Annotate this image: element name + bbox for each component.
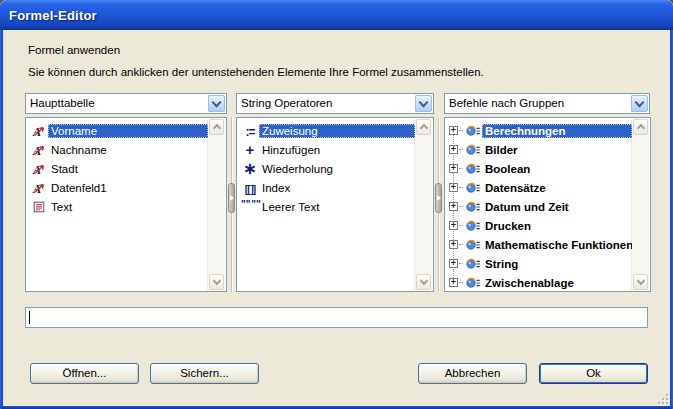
tree-connector [459,168,463,169]
list-item-label: Boolean [482,162,632,176]
pane-splitter[interactable] [435,117,444,292]
group-icon [464,180,482,196]
operators-listbox[interactable]: :=Zuweisung+Hinzufügen∗Wiederholung[[ ]]… [236,117,434,292]
formula-input[interactable] [25,307,648,328]
list-item-label: Zwischenablage [482,276,632,290]
list-item[interactable]: +String [446,254,632,273]
operator-dropdown-arrow-button[interactable] [415,95,432,112]
window-title: Formel-Editor [0,8,97,23]
tree-expander-icon[interactable]: + [449,164,458,173]
list-item-label: Zuweisung [259,124,415,138]
save-button[interactable]: Sichern... [150,363,259,384]
list-item-label: Stadt [48,162,208,176]
subtitle: Formel anwenden [28,44,120,56]
tree-expander-icon[interactable]: + [449,278,458,287]
fields-listbox[interactable]: AVornameANachnameAStadtADatenfeld1Text [25,117,227,292]
text-icon [30,199,48,215]
list-item[interactable]: Text [27,197,208,216]
list-item[interactable]: +Drucken [446,216,632,235]
scroll-up-button[interactable] [633,119,648,135]
text-caret [29,311,30,324]
list-item[interactable]: +Datum und Zeit [446,197,632,216]
chevron-down-icon [212,277,220,285]
command-groups-tree[interactable]: +Berechnungen+Bilder+Boolean+Datensätze+… [444,117,651,292]
list-item-label: String [482,257,632,271]
tree-expander-icon[interactable]: + [449,221,458,230]
arrow-right-icon [230,195,234,201]
scroll-up-button[interactable] [209,119,224,135]
svg-text:A: A [32,163,41,177]
tree-expander-icon[interactable]: + [449,183,458,192]
list-item[interactable]: +Datensätze [446,178,632,197]
cancel-button[interactable]: Abbrechen [418,363,527,384]
ok-button[interactable]: Ok [539,363,648,384]
chevron-down-icon [419,97,429,107]
formula-field-wrap [25,307,648,328]
empty-text-icon: "" "" [241,199,259,215]
list-item[interactable]: AStadt [27,159,208,178]
command-group-dropdown[interactable]: Befehle nach Gruppen [444,93,650,114]
field-icon: A [30,123,48,139]
splitter-handle[interactable] [228,183,235,213]
chevron-down-icon [419,277,427,285]
list-item[interactable]: ∗Wiederholung [238,159,415,178]
command-group-dropdown-arrow-button[interactable] [631,95,648,112]
list-item[interactable]: +Mathematische Funktionen [446,235,632,254]
chevron-down-icon [212,97,222,107]
open-button[interactable]: Öffnen... [30,363,139,384]
operator-dropdown[interactable]: String Operatoren [236,93,434,114]
list-item-label: Hinzufügen [259,143,415,157]
list-item[interactable]: :=Zuweisung [238,121,415,140]
titlebar[interactable]: Formel-Editor [0,0,673,30]
tree-expander-icon[interactable]: + [449,259,458,268]
list-item[interactable]: +Berechnungen [446,121,632,140]
list-item[interactable]: +Hinzufügen [238,140,415,159]
tree-connector [459,187,463,188]
list-item[interactable]: +Boolean [446,159,632,178]
tree-expander-icon[interactable]: + [449,202,458,211]
field-icon: A [30,180,48,196]
resize-grip[interactable] [656,392,668,404]
tree-expander-icon[interactable]: + [449,126,458,135]
tree-connector [459,149,463,150]
scroll-down-button[interactable] [633,274,648,290]
list-item[interactable]: AVorname [27,121,208,140]
list-item[interactable]: +Bilder [446,140,632,159]
group-icon [464,218,482,234]
list-item-label: Berechnungen [482,124,632,138]
scroll-down-button[interactable] [416,274,431,290]
field-icon: A [30,142,48,158]
scrollbar[interactable] [631,119,649,290]
scrollbar[interactable] [207,119,225,290]
table-dropdown-value: Haupttabelle [30,97,95,109]
list-item-label: Datensätze [482,181,632,195]
scroll-down-button[interactable] [209,274,224,290]
tree-connector [459,206,463,207]
chevron-down-icon [636,277,644,285]
list-item[interactable]: "" ""Leerer Text [238,197,415,216]
command-group-dropdown-value: Befehle nach Gruppen [449,97,564,109]
tree-expander-icon[interactable]: + [449,145,458,154]
list-item[interactable]: ADatenfeld1 [27,178,208,197]
list-item-label: Drucken [482,219,632,233]
scroll-up-button[interactable] [416,119,431,135]
list-item[interactable]: +Zwischenablage [446,273,632,290]
tree-connector [459,263,463,264]
table-dropdown-arrow-button[interactable] [208,95,225,112]
group-icon [464,199,482,215]
scrollbar[interactable] [414,119,432,290]
list-item-label: Datum und Zeit [482,200,632,214]
list-item[interactable]: ANachname [27,140,208,159]
chevron-down-icon [635,97,645,107]
list-item[interactable]: [[ ]]Index [238,178,415,197]
table-dropdown[interactable]: Haupttabelle [25,93,227,114]
splitter-handle[interactable] [435,183,442,213]
formel-editor-dialog: Formel-Editor Formel anwenden Sie können… [0,0,673,409]
tree-connector [459,282,463,283]
svg-text:A: A [32,182,41,196]
tree-expander-icon[interactable]: + [449,240,458,249]
chevron-up-icon [419,124,427,132]
index-icon: [[ ]] [241,180,259,196]
group-icon [464,256,482,272]
list-item-label: Text [48,200,208,214]
